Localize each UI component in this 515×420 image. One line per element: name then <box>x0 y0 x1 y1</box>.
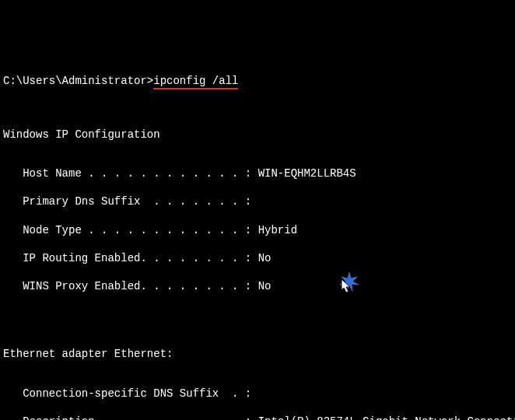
ipconfig-section: Windows IP Configuration Host Name . . .… <box>3 113 512 307</box>
node-type-value: Hybrid <box>258 224 297 236</box>
ip-routing-value: No <box>258 252 272 264</box>
prompt-path: C:\Users\Administrator> <box>3 75 153 87</box>
host-name-value: WIN-EQHM2LLRB4S <box>258 167 356 180</box>
ethernet-section: Ethernet adapter Ethernet: Connection-sp… <box>3 333 512 420</box>
ip-routing-label: IP Routing Enabled. . . . . . . . : <box>3 252 258 264</box>
primary-dns-suffix-label: Primary Dns Suffix . . . . . . . : <box>3 195 251 208</box>
ipconfig-header: Windows IP Configuration <box>3 128 512 142</box>
eth-description-label: Description . . . . . . . . . . . : <box>3 415 258 420</box>
command-input: ipconfig /all <box>153 75 238 89</box>
node-type-label: Node Type . . . . . . . . . . . . : <box>3 224 258 236</box>
terminal-output[interactable]: C:\Users\Administrator>ipconfig /all Win… <box>3 60 512 420</box>
wins-proxy-label: WINS Proxy Enabled. . . . . . . . : <box>3 280 258 292</box>
eth-conn-dns-label: Connection-specific DNS Suffix . : <box>3 387 251 400</box>
host-name-label: Host Name . . . . . . . . . . . . : <box>3 167 258 180</box>
ethernet-header: Ethernet adapter Ethernet: <box>3 347 512 361</box>
wins-proxy-value: No <box>258 280 272 292</box>
eth-description-value: Intel(R) 82574L Gigabit Network Connecti… <box>258 415 515 420</box>
